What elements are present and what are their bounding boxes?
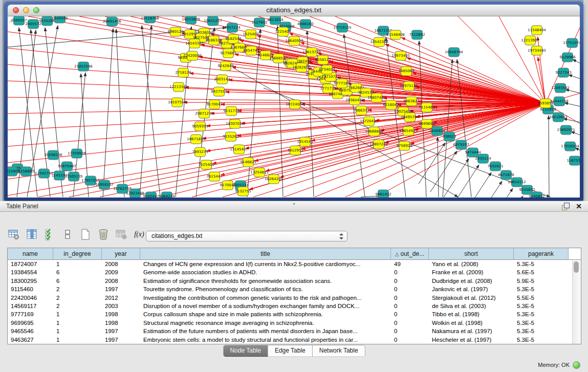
column-header-name[interactable]: name (8, 248, 53, 260)
cell-name[interactable]: 19384554 (8, 268, 53, 276)
cell-short[interactable]: Wolkin et al. (1998) (429, 319, 514, 327)
cell-out_de[interactable]: 0 (391, 319, 429, 327)
cell-title[interactable]: Structural magnetic resonance image aver… (140, 319, 391, 327)
cell-short[interactable]: Dudbridge et al. (2008) (429, 277, 514, 285)
zoom-window-button[interactable] (33, 7, 39, 13)
cell-name[interactable]: 18300295 (8, 277, 53, 285)
column-header-in_degree[interactable]: in_degree (53, 248, 102, 260)
column-header-out_de[interactable]: △out_de... (391, 248, 429, 260)
cell-year[interactable]: 1997 (102, 327, 140, 335)
tab-edge-table[interactable]: Edge Table (268, 345, 313, 357)
cell-out_de[interactable]: 0 (391, 268, 429, 276)
table-row[interactable]: 1938455462009Genome-wide association stu… (8, 268, 581, 276)
cell-pagerank[interactable]: 5.5E-5 (514, 294, 569, 302)
cell-pagerank[interactable]: 5.6E-5 (514, 268, 569, 276)
table-row[interactable]: 969969511998Structural magnetic resonanc… (8, 319, 581, 327)
cell-year[interactable]: 1997 (102, 285, 140, 293)
cell-title[interactable]: Estimation of significance thresholds fo… (140, 277, 391, 285)
float-window-icon[interactable] (562, 203, 570, 210)
cell-name[interactable]: 9777169 (8, 310, 53, 318)
cell-short[interactable]: Jankovic et al. (1997) (429, 285, 514, 293)
network-window-titlebar[interactable]: citations_edges.txt (8, 5, 580, 16)
cell-title[interactable]: Changes of HCN gene expression and I(f) … (140, 260, 391, 268)
cell-pagerank[interactable]: 5.3E-5 (514, 327, 569, 335)
cell-title[interactable]: Tourette syndrome. Phenomenology and cla… (140, 285, 391, 293)
table-options-icon[interactable] (7, 228, 20, 241)
cell-out_de[interactable]: 0 (391, 294, 429, 302)
cell-name[interactable]: 9463627 (8, 336, 53, 344)
column-header-pagerank[interactable]: pagerank (514, 248, 569, 260)
table-selector-dropdown[interactable]: citations_edges.txt (146, 231, 347, 242)
cell-name[interactable]: 14569117 (8, 302, 53, 310)
cell-pagerank[interactable]: 5.3E-5 (514, 302, 569, 310)
cell-year[interactable]: 1998 (102, 319, 140, 327)
column-chooser-icon[interactable] (25, 228, 38, 241)
cell-out_de[interactable]: 0 (391, 277, 429, 285)
vertical-scrollbar[interactable] (572, 260, 581, 344)
tab-network-table[interactable]: Network Table (313, 345, 365, 357)
scrollbar-thumb[interactable] (574, 261, 579, 273)
cell-short[interactable]: Franke et al. (2009) (429, 268, 514, 276)
column-header-short[interactable]: short (429, 248, 514, 260)
cell-in_degree[interactable]: 1 (53, 260, 102, 268)
close-icon[interactable]: ✕ (576, 202, 582, 211)
table-row[interactable]: 1456911722003Disruption of a novel membe… (8, 302, 581, 310)
cell-name[interactable]: 22420046 (8, 294, 53, 302)
close-window-button[interactable] (13, 7, 19, 13)
cell-out_de[interactable]: 0 (391, 327, 429, 335)
table-row[interactable]: 1830029562008Estimation of significance … (8, 277, 581, 285)
cell-year[interactable]: 2003 (102, 302, 140, 310)
table-row[interactable]: 911546021997Tourette syndrome. Phenomeno… (8, 285, 581, 293)
cell-in_degree[interactable]: 6 (53, 268, 102, 276)
cell-title[interactable]: Corpus callosum shape and size in male p… (140, 310, 391, 318)
table-row[interactable]: 946554611997Estimation of the future num… (8, 327, 581, 335)
cell-year[interactable]: 1998 (102, 310, 140, 318)
cell-year[interactable]: 2009 (102, 268, 140, 276)
resize-grip-icon[interactable] (8, 16, 14, 23)
cell-name[interactable]: 9115460 (8, 285, 53, 293)
network-canvas[interactable]: 2640557240557291552601640595206914061911… (8, 16, 580, 198)
cell-pagerank[interactable]: 5.3E-5 (514, 260, 569, 268)
cell-in_degree[interactable]: 1 (53, 336, 102, 344)
table-row[interactable]: 977716911998Corpus callosum shape and si… (8, 310, 581, 318)
cell-pagerank[interactable]: 5.3E-5 (514, 285, 569, 293)
cell-year[interactable]: 1997 (102, 336, 140, 344)
minimize-window-button[interactable] (23, 7, 29, 13)
cell-name[interactable]: 9465546 (8, 327, 53, 335)
table-panel-header[interactable]: Table Panel ▾ ✕ (0, 201, 588, 212)
tab-node-table[interactable]: Node Table (223, 345, 268, 357)
cell-year[interactable]: 2008 (102, 277, 140, 285)
cell-pagerank[interactable]: 5.9E-5 (514, 277, 569, 285)
cell-short[interactable]: Yano et al. (2008) (429, 260, 514, 268)
cell-in_degree[interactable]: 2 (53, 285, 102, 293)
cell-in_degree[interactable]: 1 (53, 310, 102, 318)
function-builder-icon[interactable]: f(x) (133, 228, 146, 241)
cell-pagerank[interactable]: 5.3E-5 (514, 319, 569, 327)
cell-out_de[interactable]: 0 (391, 302, 429, 310)
table-row[interactable]: 1872400712008Changes of HCN gene express… (8, 260, 581, 268)
cell-out_de[interactable]: 0 (391, 310, 429, 318)
column-header-year[interactable]: year (102, 248, 140, 260)
cell-out_de[interactable]: 0 (391, 285, 429, 293)
select-columns-icon[interactable] (43, 228, 56, 241)
new-table-icon[interactable] (79, 228, 92, 241)
cell-name[interactable]: 9699695 (8, 319, 53, 327)
cell-title[interactable]: Genome-wide association studies in ADHD. (140, 268, 391, 276)
cell-year[interactable]: 2012 (102, 294, 140, 302)
cell-title[interactable]: Estimation of the future numbers of pati… (140, 327, 391, 335)
row-height-icon[interactable] (61, 228, 74, 241)
cell-short[interactable]: Tibbo et al. (1998) (429, 310, 514, 318)
cell-title[interactable]: Disruption of a novel member of a sodium… (140, 302, 391, 310)
cell-out_de[interactable]: 0 (391, 336, 429, 344)
column-header-title[interactable]: title (140, 248, 391, 260)
cell-in_degree[interactable]: 2 (53, 302, 102, 310)
table-row[interactable]: 946362711997Embryonic stem cells: a mode… (8, 336, 581, 344)
cell-short[interactable]: Stergiakouli et al. (2012) (429, 294, 514, 302)
cell-short[interactable]: Hescheler et al. (1997) (429, 336, 514, 344)
cell-in_degree[interactable]: 6 (53, 277, 102, 285)
cell-pagerank[interactable]: 5.3E-5 (514, 310, 569, 318)
cell-year[interactable]: 2008 (102, 260, 140, 268)
splitter-handle-icon[interactable]: ▾ (293, 202, 295, 206)
cell-in_degree[interactable]: 2 (53, 294, 102, 302)
cell-title[interactable]: Embryonic stem cells: a model to study s… (140, 336, 391, 344)
